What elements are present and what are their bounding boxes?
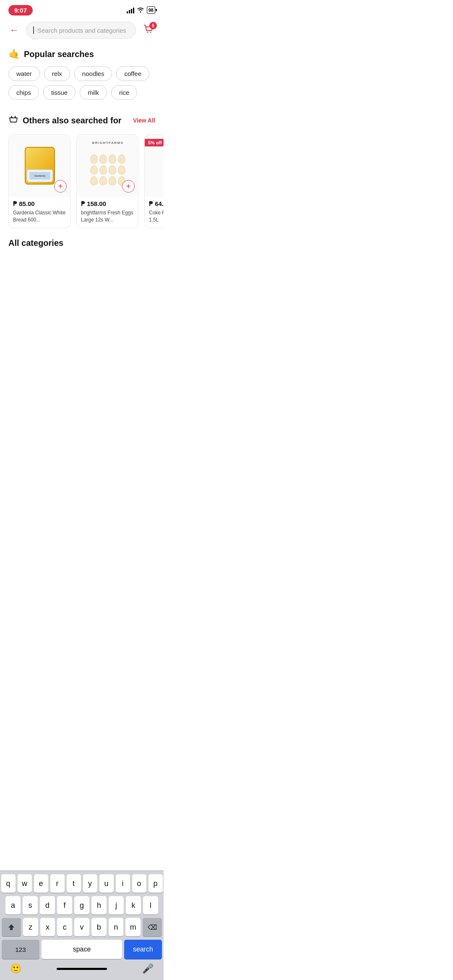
search-bar[interactable]: Search products and categories xyxy=(26,22,136,39)
battery-icon: 98 xyxy=(147,6,155,14)
fire-icon: 🤙 xyxy=(8,49,20,60)
key-c[interactable]: c xyxy=(57,918,72,936)
others-searched-title-group: Others also searched for xyxy=(8,114,122,127)
add-eggs-button[interactable]: + xyxy=(122,180,135,193)
key-m[interactable]: m xyxy=(125,918,141,936)
tag-rice[interactable]: rice xyxy=(111,85,137,100)
key-o[interactable]: o xyxy=(132,874,146,893)
key-n[interactable]: n xyxy=(109,918,124,936)
key-e[interactable]: e xyxy=(34,874,48,893)
key-q[interactable]: q xyxy=(1,874,16,893)
status-time: 9:07 xyxy=(8,5,33,16)
key-l[interactable]: l xyxy=(143,896,158,915)
back-button[interactable]: ← xyxy=(7,23,22,38)
status-icons: 98 xyxy=(127,6,155,14)
product-price-bread: ₱ 85.00 xyxy=(13,200,66,208)
svg-point-0 xyxy=(147,31,148,33)
others-searched-section: Others also searched for View All xyxy=(0,107,164,134)
key-v[interactable]: v xyxy=(74,918,89,936)
key-z[interactable]: z xyxy=(23,918,38,936)
key-t[interactable]: t xyxy=(67,874,81,893)
popular-searches-section: 🤙 Popular searches water relx noodles co… xyxy=(0,42,164,107)
key-d[interactable]: d xyxy=(40,896,55,915)
tag-relx[interactable]: relx xyxy=(44,66,70,81)
key-r[interactable]: r xyxy=(50,874,65,893)
key-s[interactable]: s xyxy=(23,896,38,915)
keyboard: q w e r t y u i o p a s d f g h j k l z … xyxy=(0,871,164,980)
product-name-bread: Gardenia Classic White Bread 600... xyxy=(13,209,66,224)
numbers-key[interactable]: 123 xyxy=(2,940,39,959)
keyboard-row-2: a s d f g h j k l xyxy=(2,896,162,915)
svg-point-1 xyxy=(150,31,151,33)
popular-searches-title: 🤙 Popular searches xyxy=(8,49,155,60)
search-key[interactable]: search xyxy=(124,940,162,959)
keyboard-extras: 🙂 🎤 xyxy=(2,962,162,978)
key-g[interactable]: g xyxy=(74,896,89,915)
status-bar: 9:07 98 xyxy=(0,0,164,18)
back-arrow-icon: ← xyxy=(10,25,19,36)
key-k[interactable]: k xyxy=(126,896,141,915)
key-a[interactable]: a xyxy=(5,896,21,915)
key-x[interactable]: x xyxy=(40,918,55,936)
product-card-eggs[interactable]: BRIGHTFARMS + ₱ 158.00 brightfarms Fresh… xyxy=(76,134,138,228)
product-info-eggs: ₱ 158.00 brightfarms Fresh Eggs Large 12… xyxy=(77,197,138,228)
others-searched-header: Others also searched for View All xyxy=(8,114,155,127)
basket-icon xyxy=(8,114,18,127)
header: ← Search products and categories 5 xyxy=(0,18,164,42)
product-name-coke: Coke Regular Bottle 1.5L xyxy=(149,209,164,224)
tag-coffee[interactable]: coffee xyxy=(116,66,149,81)
key-w[interactable]: w xyxy=(18,874,32,893)
product-price-eggs: ₱ 158.00 xyxy=(81,200,134,208)
key-p[interactable]: p xyxy=(148,874,163,893)
shift-key[interactable] xyxy=(2,918,21,936)
key-h[interactable]: h xyxy=(91,896,107,915)
product-price-coke: ₱ 64.83 xyxy=(149,200,164,208)
tag-water[interactable]: water xyxy=(8,66,40,81)
products-scroll: Gardenia + ₱ 85.00 Gardenia Classic Whit… xyxy=(0,134,164,232)
popular-searches-label: Popular searches xyxy=(24,50,94,59)
key-b[interactable]: b xyxy=(91,918,107,936)
key-f[interactable]: f xyxy=(57,896,72,915)
others-searched-label: Others also searched for xyxy=(23,116,122,125)
key-y[interactable]: y xyxy=(83,874,97,893)
product-info-bread: ₱ 85.00 Gardenia Classic White Bread 600… xyxy=(9,197,70,228)
home-indicator xyxy=(57,968,107,970)
add-bread-button[interactable]: + xyxy=(54,180,67,193)
product-image-bread: Gardenia + xyxy=(9,135,70,197)
keyboard-row-1: q w e r t y u i o p xyxy=(2,874,162,893)
tag-milk[interactable]: milk xyxy=(80,85,107,100)
tag-noodles[interactable]: noodles xyxy=(74,66,112,81)
space-key[interactable]: space xyxy=(42,940,122,959)
search-cursor xyxy=(33,26,34,34)
tags-row-1: water relx noodles coffee xyxy=(8,66,155,81)
product-info-coke: ₱ 64.83 ₱ 68.25 Coke Regular Bottle 1.5L xyxy=(145,197,164,228)
backspace-key[interactable]: ⌫ xyxy=(143,918,162,936)
key-j[interactable]: j xyxy=(109,896,124,915)
wifi-icon xyxy=(137,7,144,14)
key-i[interactable]: i xyxy=(116,874,130,893)
tags-row-2: chips tissue milk rice xyxy=(8,85,155,100)
product-image-eggs: BRIGHTFARMS + xyxy=(77,135,138,197)
all-categories-title: All categories xyxy=(0,232,164,250)
product-name-eggs: brightfarms Fresh Eggs Large 12s W... xyxy=(81,209,134,224)
tag-tissue[interactable]: tissue xyxy=(43,85,76,100)
cart-button[interactable]: 5 xyxy=(140,22,157,39)
tag-chips[interactable]: chips xyxy=(8,85,39,100)
view-all-link[interactable]: View All xyxy=(133,117,155,124)
keyboard-bottom-row: 123 space search xyxy=(2,940,162,959)
keyboard-row-3: z x c v b n m ⌫ xyxy=(2,918,162,936)
signal-icon xyxy=(127,7,134,13)
brightfarms-label: BRIGHTFARMS xyxy=(92,141,123,145)
cart-badge: 5 xyxy=(149,22,157,29)
discount-badge-coke: 5% off xyxy=(145,139,164,146)
key-u[interactable]: u xyxy=(99,874,114,893)
product-card-bread[interactable]: Gardenia + ₱ 85.00 Gardenia Classic Whit… xyxy=(8,134,70,228)
search-placeholder: Search products and categories xyxy=(37,27,126,34)
emoji-button[interactable]: 🙂 xyxy=(10,963,21,974)
microphone-button[interactable]: 🎤 xyxy=(142,963,154,974)
product-card-coke[interactable]: 5% off Coca-Cola − ₱ 64.83 ₱ 68.25 Coke … xyxy=(144,134,164,228)
product-image-coke: 5% off Coca-Cola − xyxy=(145,135,164,197)
